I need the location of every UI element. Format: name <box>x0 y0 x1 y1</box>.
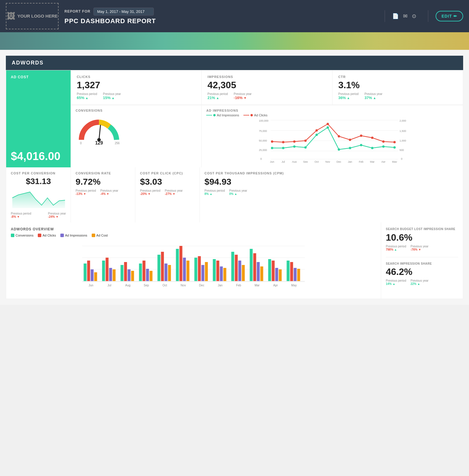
svg-rect-117 <box>294 268 297 281</box>
svg-text:Jul: Jul <box>108 284 111 287</box>
svg-text:Jul: Jul <box>282 160 285 163</box>
overview-label: ADWORDS OVERVIEW <box>11 227 376 231</box>
cpc-value2: $3.03 <box>140 177 195 187</box>
svg-rect-61 <box>87 261 90 281</box>
svg-text:256: 256 <box>115 142 120 145</box>
clicks-prev-year: Previous year 15% ▲ <box>103 92 121 100</box>
cost-per-conversion: COST PER CONVERSION $31.13 Previous peri… <box>6 167 71 222</box>
svg-text:Dec: Dec <box>199 284 204 287</box>
dashboard-title: PPC DASHBOARD REPORT <box>64 17 377 25</box>
svg-rect-98 <box>224 268 226 281</box>
header-center: REPORT FOR May 1, 2017 - May 31, 2017 PP… <box>64 8 377 25</box>
svg-point-20 <box>271 147 273 149</box>
svg-rect-107 <box>257 262 260 281</box>
svg-point-37 <box>327 123 329 125</box>
svg-rect-110 <box>268 259 271 281</box>
ctr-prev-year: Previous year 37% ▲ <box>364 92 382 100</box>
check-icon[interactable]: ⊙ <box>412 13 416 19</box>
adwords-section-header: ADWORDS <box>6 56 463 70</box>
legend-ad-clicks: Ad Clicks <box>42 234 56 237</box>
svg-rect-103 <box>242 265 245 281</box>
conversion-rate-label: CONVERSION RATE <box>76 171 130 175</box>
svg-rect-77 <box>146 269 149 281</box>
svg-text:1,500: 1,500 <box>400 130 406 132</box>
adwords-overview: ADWORDS OVERVIEW Conversions Ad Clicks A… <box>6 222 381 299</box>
svg-text:Sep: Sep <box>144 284 149 287</box>
svg-rect-106 <box>253 253 256 281</box>
svg-rect-81 <box>161 252 164 281</box>
svg-rect-76 <box>143 261 146 281</box>
svg-point-36 <box>315 129 318 132</box>
svg-point-39 <box>349 139 351 141</box>
main-content: ADWORDS AD COST $4,016.00 CLICKS 1,327 P… <box>0 50 469 305</box>
sparkline-comparisons: Previous period -8% ▼ Previous year -24%… <box>11 212 66 218</box>
svg-text:0: 0 <box>401 157 403 160</box>
svg-rect-86 <box>180 246 183 281</box>
svg-rect-83 <box>168 265 171 281</box>
svg-point-32 <box>271 140 273 143</box>
svg-rect-115 <box>287 261 290 281</box>
svg-rect-82 <box>165 264 168 281</box>
svg-point-43 <box>393 141 396 143</box>
svg-text:0: 0 <box>80 142 82 145</box>
svg-text:Apr: Apr <box>273 284 278 287</box>
svg-rect-100 <box>231 252 234 281</box>
svg-text:Jan: Jan <box>348 160 352 163</box>
search-impression-share-label: SEARCH IMPRESSION SHARE <box>386 262 458 265</box>
sparkline-chart <box>11 189 66 210</box>
header-divider <box>385 10 385 22</box>
svg-text:50,000: 50,000 <box>259 139 267 142</box>
svg-point-35 <box>304 140 307 142</box>
svg-text:Sep: Sep <box>303 160 308 163</box>
svg-text:500: 500 <box>400 149 404 152</box>
svg-rect-113 <box>279 269 282 281</box>
svg-point-30 <box>382 145 385 148</box>
logo-image-icon: 🖼 <box>7 11 15 21</box>
impressions-prev-period: Previous period 21% ▲ <box>207 92 228 100</box>
svg-text:Aug: Aug <box>292 160 297 163</box>
cpc-comparisons: Previous period -20% ▼ Previous year -27… <box>140 189 195 195</box>
cpc-label: COST PER CONVERSION <box>11 171 66 175</box>
ctr-comparisons: Previous period 36% ▲ Previous year 37% … <box>338 92 457 100</box>
ad-cost-value: $4,016.00 <box>11 150 66 163</box>
right-panel: SEARCH BUDGET LOST IMPRESSION SHARE 10.6… <box>381 222 463 299</box>
header-icons: 📄 ✉ ⊙ <box>392 13 416 19</box>
svg-point-31 <box>393 146 396 149</box>
search-impression-share-comparisons: Previous period 14% ▲ Previous year 22% … <box>386 279 458 285</box>
cpm-value: $94.93 <box>204 177 458 187</box>
svg-point-33 <box>282 141 284 143</box>
svg-text:May: May <box>291 284 297 287</box>
svg-point-42 <box>382 140 385 143</box>
edit-button[interactable]: EDIT ✏ <box>436 11 463 21</box>
date-range-select[interactable]: May 1, 2017 - May 31, 2017 <box>93 8 154 16</box>
impressions-metric: IMPRESSIONS 42,305 Previous period 21% ▲… <box>201 70 332 105</box>
svg-text:1,000: 1,000 <box>400 139 406 142</box>
svg-rect-78 <box>150 271 153 281</box>
conversions-label: CONVERSIONS <box>76 109 128 112</box>
svg-text:Oct: Oct <box>315 160 319 163</box>
svg-rect-85 <box>176 249 179 281</box>
conversions-metric: CONVERSIONS 129 0 256 <box>71 105 201 167</box>
impressions-label: IMPRESSIONS <box>207 75 326 79</box>
search-impression-share: SEARCH IMPRESSION SHARE 46.2% Previous p… <box>386 257 458 285</box>
download-icon[interactable]: 📄 <box>392 13 399 19</box>
svg-point-34 <box>293 140 296 143</box>
color-band <box>0 32 469 50</box>
svg-rect-97 <box>220 266 223 281</box>
impressions-line-chart: 100,000 75,000 50,000 25,000 0 2,000 1,5… <box>206 119 458 163</box>
mail-icon[interactable]: ✉ <box>403 13 407 19</box>
svg-rect-101 <box>235 255 238 281</box>
svg-rect-87 <box>183 258 186 281</box>
svg-rect-111 <box>272 261 275 281</box>
impressions-comparisons: Previous period 21% ▲ Previous year -16%… <box>207 92 326 100</box>
svg-text:Mar: Mar <box>370 160 375 163</box>
svg-rect-60 <box>84 264 87 281</box>
cpm-comparisons: Previous period 8% ▲ Previous year 0% ▲ <box>204 189 458 195</box>
impressions-prev-year: Previous year -16% ▼ <box>234 92 252 100</box>
svg-text:Dec: Dec <box>337 160 342 163</box>
search-budget-lost-label: SEARCH BUDGET LOST IMPRESSION SHARE <box>386 227 458 231</box>
report-for-row: REPORT FOR May 1, 2017 - May 31, 2017 <box>64 8 377 16</box>
cpc-metric: COST PER CLICK (CPC) $3.03 Previous peri… <box>135 167 199 222</box>
svg-text:Jun: Jun <box>88 284 93 287</box>
cpc-label2: COST PER CLICK (CPC) <box>140 171 195 175</box>
